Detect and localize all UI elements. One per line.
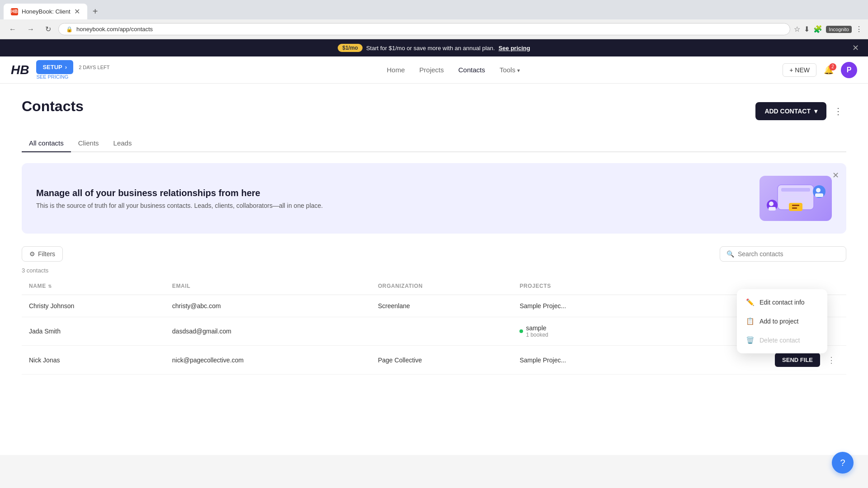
menu-label-edit: Edit contact info bbox=[760, 299, 805, 306]
nav-home[interactable]: Home bbox=[387, 66, 405, 74]
project-booked: 1 booked bbox=[526, 332, 548, 338]
contact-project: Sample Projec... bbox=[512, 295, 658, 317]
tab-favicon: HB bbox=[11, 8, 18, 15]
logo: HB bbox=[11, 63, 29, 77]
table-body: Christy Johnson christy@abc.com Screenla… bbox=[22, 295, 846, 375]
contact-project: sample 1 booked bbox=[512, 317, 658, 346]
more-options-btn[interactable]: ⋮ bbox=[830, 102, 846, 120]
contact-email: christy@abc.com bbox=[165, 295, 371, 317]
table-row: Nick Jonas nick@pagecollective.com Page … bbox=[22, 346, 846, 375]
see-pricing-link[interactable]: SEE PRICING bbox=[36, 74, 109, 80]
th-email: EMAIL bbox=[165, 277, 371, 295]
main-nav: Home Projects Contacts Tools ▾ bbox=[124, 66, 783, 74]
filter-icon: ⚙ bbox=[29, 250, 35, 258]
add-project-icon: 📋 bbox=[746, 317, 754, 325]
refresh-btn[interactable]: ↻ bbox=[42, 23, 55, 35]
table-header: NAME ⇅ EMAIL ORGANIZATION PROJECTS bbox=[22, 277, 846, 295]
info-banner-subtitle: This is the source of truth for all your… bbox=[36, 202, 323, 209]
add-contact-button[interactable]: ADD CONTACT ▾ bbox=[755, 102, 826, 120]
svg-point-8 bbox=[816, 188, 821, 192]
svg-rect-6 bbox=[769, 207, 776, 211]
send-file-button[interactable]: SEND FILE bbox=[775, 353, 820, 367]
th-projects: PROJECTS bbox=[512, 277, 658, 295]
promo-close-btn[interactable]: ✕ bbox=[852, 43, 859, 53]
promo-link[interactable]: See pricing bbox=[499, 45, 530, 52]
context-menu: ✏️ Edit contact info 📋 Add to project 🗑️… bbox=[737, 289, 827, 353]
active-tab[interactable]: HB HoneyBook: Client ✕ bbox=[4, 4, 87, 19]
svg-rect-3 bbox=[781, 197, 805, 200]
search-box[interactable]: 🔍 bbox=[720, 246, 846, 262]
setup-button[interactable]: SETUP › bbox=[36, 60, 73, 74]
edit-icon: ✏️ bbox=[746, 298, 754, 306]
help-fab[interactable]: ? bbox=[832, 452, 854, 455]
tab-clients[interactable]: Clients bbox=[71, 135, 106, 152]
url-text: honeybook.com/app/contacts bbox=[76, 26, 153, 33]
contact-org: Page Collective bbox=[371, 346, 512, 375]
svg-rect-12 bbox=[792, 207, 797, 209]
tab-close-btn[interactable]: ✕ bbox=[74, 7, 80, 16]
sort-icon[interactable]: ⇅ bbox=[48, 284, 52, 289]
svg-rect-2 bbox=[781, 193, 801, 196]
contact-org: Screenlane bbox=[371, 295, 512, 317]
contact-email: nick@pagecollective.com bbox=[165, 346, 371, 375]
notification-btn[interactable]: 🔔 2 bbox=[824, 65, 834, 75]
th-organization: ORGANIZATION bbox=[371, 277, 512, 295]
promo-text: Start for $1/mo or save more with an ann… bbox=[366, 45, 495, 52]
page-header: Contacts ADD CONTACT ▾ ⋮ bbox=[22, 98, 846, 124]
browser-toolbar: ← → ↻ 🔒 honeybook.com/app/contacts ☆ ⬇ 🧩… bbox=[0, 19, 868, 39]
nav-contacts[interactable]: Contacts bbox=[458, 66, 485, 74]
setup-label: SETUP bbox=[42, 64, 62, 70]
avatar[interactable]: P bbox=[841, 62, 857, 78]
delete-icon: 🗑️ bbox=[746, 336, 754, 344]
info-banner-illustration bbox=[760, 176, 832, 221]
filters-button[interactable]: ⚙ Filters bbox=[22, 246, 63, 262]
promo-badge: $1/mo bbox=[338, 44, 363, 52]
contact-name: Jada Smith bbox=[22, 317, 165, 346]
svg-rect-1 bbox=[781, 188, 810, 192]
setup-top: SETUP › 2 DAYS LEFT bbox=[36, 60, 109, 74]
contact-email: dasdsad@gmail.com bbox=[165, 317, 371, 346]
menu-item-delete: 🗑️ Delete contact bbox=[737, 331, 827, 350]
svg-rect-9 bbox=[815, 193, 823, 197]
row-more-btn[interactable]: ⋮ bbox=[824, 353, 839, 367]
browser-frame: HB HoneyBook: Client ✕ + ← → ↻ 🔒 honeybo… bbox=[0, 0, 868, 39]
back-btn[interactable]: ← bbox=[5, 23, 20, 35]
nav-projects[interactable]: Projects bbox=[420, 66, 444, 74]
new-tab-btn[interactable]: + bbox=[87, 5, 104, 19]
bookmark-icon[interactable]: ☆ bbox=[794, 25, 800, 33]
svg-rect-10 bbox=[789, 203, 802, 211]
new-button[interactable]: + NEW bbox=[783, 63, 816, 77]
download-icon[interactable]: ⬇ bbox=[804, 25, 810, 33]
page-title: Contacts bbox=[22, 98, 84, 115]
nav-right: + NEW 🔔 2 P bbox=[783, 62, 857, 78]
svg-point-5 bbox=[769, 202, 774, 206]
info-banner: Manage all of your business relationship… bbox=[22, 163, 846, 234]
top-nav: HB SETUP › 2 DAYS LEFT SEE PRICING Home … bbox=[0, 56, 868, 84]
contacts-count: 3 contacts bbox=[22, 267, 846, 274]
browser-actions: ☆ ⬇ 🧩 Incognito ⋮ bbox=[794, 25, 863, 33]
contact-project: Sample Projec... bbox=[512, 346, 658, 375]
extensions-icon[interactable]: 🧩 bbox=[813, 25, 822, 33]
info-banner-title: Manage all of your business relationship… bbox=[36, 188, 323, 198]
table-row: Christy Johnson christy@abc.com Screenla… bbox=[22, 295, 846, 317]
menu-item-edit[interactable]: ✏️ Edit contact info bbox=[737, 293, 827, 312]
promo-banner: $1/mo Start for $1/mo or save more with … bbox=[0, 39, 868, 56]
info-banner-text: Manage all of your business relationship… bbox=[36, 188, 323, 209]
menu-icon[interactable]: ⋮ bbox=[855, 25, 863, 33]
app-container: $1/mo Start for $1/mo or save more with … bbox=[0, 39, 868, 455]
url-bar[interactable]: 🔒 honeybook.com/app/contacts bbox=[58, 23, 790, 35]
forward-btn[interactable]: → bbox=[24, 23, 38, 35]
svg-rect-11 bbox=[792, 205, 799, 206]
info-banner-close-btn[interactable]: ✕ bbox=[832, 170, 839, 180]
nav-tools[interactable]: Tools ▾ bbox=[500, 66, 520, 74]
status-dot bbox=[519, 329, 523, 333]
tab-all-contacts[interactable]: All contacts bbox=[22, 135, 71, 152]
menu-item-add-project[interactable]: 📋 Add to project bbox=[737, 312, 827, 331]
incognito-badge: Incognito bbox=[826, 26, 852, 33]
search-icon: 🔍 bbox=[726, 250, 734, 258]
tab-leads[interactable]: Leads bbox=[106, 135, 139, 152]
th-name: NAME ⇅ bbox=[22, 277, 165, 295]
days-left: 2 DAYS LEFT bbox=[79, 65, 109, 70]
search-input[interactable] bbox=[738, 250, 840, 258]
contact-name: Nick Jonas bbox=[22, 346, 165, 375]
